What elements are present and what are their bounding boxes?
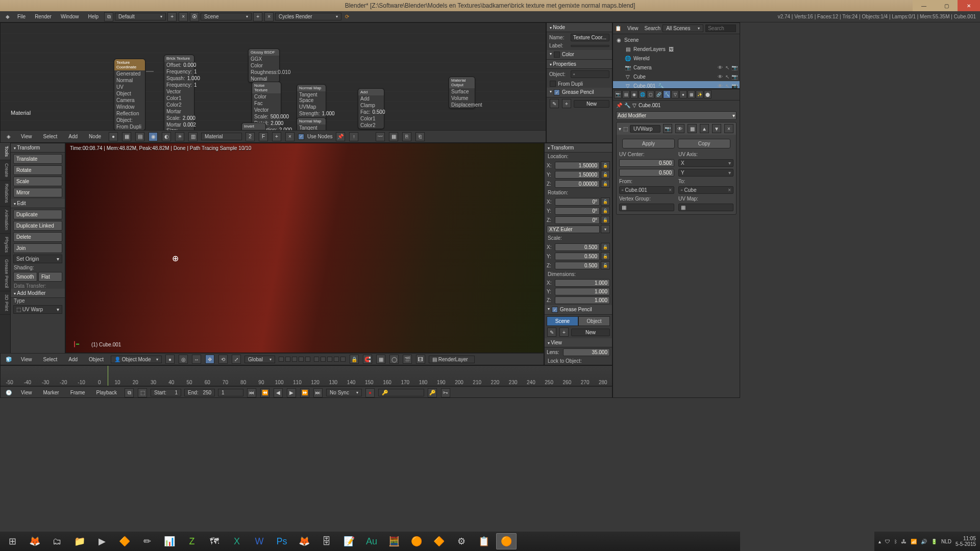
outliner-scene-row[interactable]: ◉Scene (613, 35, 740, 44)
lock-icon[interactable]: 🔓 (601, 197, 610, 206)
ol-display-mode[interactable]: All Scenes▾ (663, 24, 703, 32)
uv-axis-y-dropdown[interactable]: Y▾ (678, 169, 733, 177)
gp-add-icon[interactable]: + (562, 99, 571, 108)
tab-3d-print[interactable]: 3D Print (0, 291, 10, 315)
minimize-button[interactable]: — (913, 0, 935, 11)
node-menu-select[interactable]: Select (39, 133, 62, 140)
outliner-editor-icon[interactable]: 📋 (615, 26, 621, 31)
settings-icon[interactable]: ⚙ (451, 533, 472, 549)
prop-tab-material[interactable]: ● (679, 90, 687, 98)
jump-next-key-icon[interactable]: ⏩ (300, 388, 309, 397)
app2-icon[interactable]: 🗺 (204, 533, 225, 549)
photoshop-icon[interactable]: Ps (272, 533, 292, 549)
material-del-icon[interactable]: × (285, 132, 295, 141)
firefox-icon[interactable]: 🦊 (24, 533, 45, 549)
goto-parent-icon[interactable]: ↑ (349, 132, 358, 141)
explorer-icon[interactable]: 🗂 (47, 533, 67, 549)
material-add-icon[interactable]: + (272, 132, 281, 141)
shading-mode-icon[interactable]: ● (165, 355, 175, 364)
jump-end-icon[interactable]: ⏭ (313, 388, 323, 397)
tray-bluetooth-icon[interactable]: ᛒ (894, 539, 897, 544)
lock-icon[interactable]: 🔓 (601, 261, 610, 269)
zim-icon[interactable]: Z (182, 533, 202, 549)
insert-key-icon[interactable]: 🔑 (428, 388, 437, 397)
tray-shield-icon[interactable]: 🛡 (885, 539, 890, 544)
calc-icon[interactable]: 🧮 (384, 533, 404, 549)
duplicate-button[interactable]: Duplicate (13, 210, 62, 219)
db-icon[interactable]: 🗄 (316, 533, 337, 549)
view3d-menu-add[interactable]: Add (64, 356, 82, 363)
gimp-icon[interactable]: 🦊 (294, 533, 314, 549)
mod-movedown-icon[interactable]: ▼ (712, 124, 721, 133)
3d-viewport[interactable]: Time:00:08.74 | Mem:48.82M, Peak:48.82M … (65, 143, 544, 353)
gp-new-button[interactable]: New (571, 329, 610, 336)
jump-prev-key-icon[interactable]: ⏪ (260, 388, 270, 397)
menu-render[interactable]: Render (31, 13, 56, 20)
lock-icon[interactable]: 🔓 (601, 180, 610, 188)
render-preview-icon[interactable]: 🎬 (403, 355, 412, 364)
set-origin-dropdown[interactable]: Set Origin▾ (13, 255, 62, 263)
tray-network-icon[interactable]: 🖧 (901, 539, 906, 544)
del-scene-icon[interactable]: × (264, 12, 274, 21)
timeline-canvas[interactable]: -50-40-30-20-100102030405060708090100110… (1, 366, 612, 386)
add-scene-icon[interactable]: + (253, 12, 262, 21)
vlc-icon[interactable]: 🔶 (114, 533, 135, 549)
world-data-icon[interactable]: ◐ (162, 132, 171, 141)
tray-battery-icon[interactable]: 🔋 (931, 539, 937, 544)
scale-button[interactable]: Scale (13, 177, 62, 186)
mirror-button[interactable]: Mirror (13, 188, 62, 197)
modifier-type-dropdown[interactable]: ⬚ UV Warp▾ (13, 305, 62, 314)
sync-dropdown[interactable]: No Sync▾ (326, 389, 362, 396)
render-anim-icon[interactable]: 🎞 (416, 355, 425, 364)
mod-render-icon[interactable]: 📷 (663, 124, 672, 133)
app3-icon[interactable]: 🔶 (429, 533, 449, 549)
editor-type-icon[interactable]: ◈ (4, 134, 14, 139)
rotation-mode-dropdown[interactable]: XYZ Euler (547, 226, 600, 233)
apply-button[interactable]: Apply (622, 139, 675, 148)
scale-x-field[interactable]: 0.500 (555, 243, 600, 251)
blender-active-icon[interactable]: 🟠 (496, 533, 517, 549)
prop-tab-render[interactable]: 📷 (614, 90, 622, 98)
mod-display-icon[interactable]: 👁 (675, 124, 684, 133)
prop-tab-data[interactable]: ▽ (671, 90, 679, 98)
lamp-data-icon[interactable]: ☀ (175, 132, 184, 141)
pin-icon[interactable]: 📌 (616, 103, 622, 108)
node-mix-add[interactable]: Add Add Clamp Fac:0.500 Color1 Color2 (358, 88, 384, 129)
notepad-icon[interactable]: 📝 (339, 533, 359, 549)
add-layout-icon[interactable]: + (167, 12, 177, 21)
tray-chevron-icon[interactable]: ▴ (878, 539, 881, 544)
material-users[interactable]: 2 (246, 132, 255, 141)
delete-button[interactable]: Delete (13, 232, 62, 242)
auto-key-icon[interactable]: ● (365, 388, 375, 397)
rotate-button[interactable]: Rotate (13, 165, 62, 175)
dim-z-field[interactable]: 1.000 (555, 296, 610, 304)
proportional-icon[interactable]: ◯ (389, 355, 399, 364)
dim-y-field[interactable]: 1.000 (555, 288, 610, 295)
rot-x-field[interactable]: 0° (555, 198, 600, 206)
current-frame-field[interactable]: 1 (218, 389, 243, 396)
gp-scene-tab[interactable]: Scene (547, 316, 578, 326)
prop-tab-constraints[interactable]: 🔗 (655, 90, 663, 98)
app-icon[interactable]: 📊 (159, 533, 180, 549)
tl-menu-frame[interactable]: Frame (66, 389, 89, 396)
app4-icon[interactable]: 📋 (474, 533, 494, 549)
node-color-checkbox[interactable] (554, 52, 560, 58)
tab-tools[interactable]: Tools (0, 143, 10, 160)
tl-menu-marker[interactable]: Marker (39, 389, 63, 396)
uv-axis-x-dropdown[interactable]: X▾ (678, 159, 733, 167)
end-frame-field[interactable]: End:250 (184, 389, 215, 396)
flat-button[interactable]: Flat (38, 272, 62, 282)
modifier-name-field[interactable]: UVWarp (630, 125, 660, 133)
gp-object-tab[interactable]: Object (578, 316, 610, 326)
outliner-renderlayers-row[interactable]: ▤RenderLayers🖼 (613, 44, 740, 54)
node-properties-header[interactable]: Properties (547, 60, 612, 69)
outliner-cube001-row[interactable]: ▽Cube.001🔧👁↖📷 (613, 81, 740, 89)
uv-center-x-field[interactable]: 0.500 (619, 159, 674, 167)
node-object-field[interactable]: ▫ (571, 70, 609, 78)
del-layout-icon[interactable]: × (179, 12, 188, 21)
prop-tab-physics[interactable]: ⬤ (704, 90, 712, 98)
menu-help[interactable]: Help (84, 13, 103, 20)
scale-z-field[interactable]: 0.500 (555, 262, 600, 269)
from-object-field[interactable]: ▫Cube.001× (619, 186, 674, 194)
gp-new-button[interactable]: New (574, 100, 609, 108)
